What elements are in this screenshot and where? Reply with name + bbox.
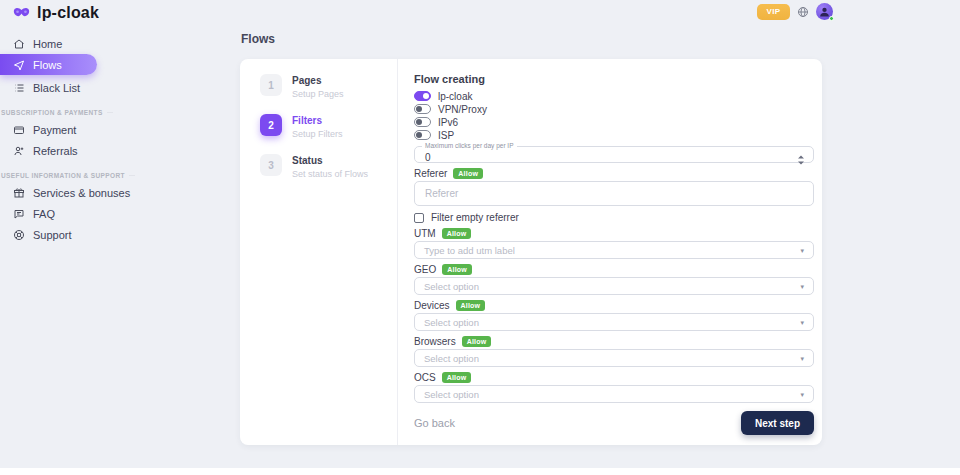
utm-select[interactable]: Type to add utm label ▾ <box>414 241 814 259</box>
filter-empty-referrer-row[interactable]: Filter empty referrer <box>414 212 814 223</box>
toggle-switch[interactable] <box>414 104 431 114</box>
sidebar-item-referrals[interactable]: Referrals <box>0 143 100 159</box>
toggle-label: lp-cloak <box>438 91 472 102</box>
sidebar-item-label: Support <box>33 229 72 241</box>
gift-icon <box>13 187 25 199</box>
max-clicks-field[interactable]: Maximum clicks per day per IP 0 <box>414 143 814 163</box>
section-title: USEFUL INFORMATION & SUPPORT <box>1 172 125 179</box>
step-status[interactable]: 3 Status Set status of Flows <box>260 154 397 179</box>
sidebar-item-label: Services & bonuses <box>33 187 130 199</box>
avatar[interactable] <box>816 3 833 20</box>
utm-allow-badge[interactable]: Allow <box>442 228 472 239</box>
geo-label: GEO <box>414 264 436 275</box>
main-content: Flows 1 Pages Setup Pages 2 Filters Setu… <box>240 32 823 445</box>
page-title: Flows <box>241 32 823 46</box>
toggle-switch[interactable] <box>414 117 431 127</box>
utm-label-row: UTM Allow <box>414 228 814 239</box>
step-subtitle: Setup Filters <box>292 129 343 139</box>
toggle-isp[interactable]: ISP <box>414 130 814 140</box>
step-subtitle: Setup Pages <box>292 89 344 99</box>
globe-icon[interactable] <box>797 6 809 18</box>
logo-text: lp-cloak <box>37 4 99 22</box>
sidebar-item-black-list[interactable]: Black List <box>0 80 100 96</box>
sidebar-item-services-bonuses[interactable]: Services & bonuses <box>0 185 100 201</box>
ocs-select[interactable]: Select option ▾ <box>414 385 814 403</box>
step-filters[interactable]: 2 Filters Setup Filters <box>260 114 397 139</box>
section-divider <box>129 175 135 176</box>
sidebar: Home Flows Black List SUBSCRIPTION & PAY… <box>0 36 100 243</box>
sidebar-section-support: USEFUL INFORMATION & SUPPORT <box>0 172 100 179</box>
form-footer: Go back Next step <box>414 411 814 435</box>
referer-label: Referer <box>414 168 447 179</box>
sidebar-item-label: FAQ <box>33 208 55 220</box>
ocs-label-row: OCS Allow <box>414 372 814 383</box>
credit-card-icon <box>13 124 25 136</box>
step-title: Status <box>292 154 368 166</box>
step-title: Pages <box>292 74 344 86</box>
header-actions: VIP <box>757 3 833 20</box>
wizard-steps: 1 Pages Setup Pages 2 Filters Setup Filt… <box>240 59 398 445</box>
chat-icon <box>13 208 25 220</box>
lifebuoy-icon <box>13 229 25 241</box>
referer-allow-badge[interactable]: Allow <box>453 168 483 179</box>
filters-form: Flow creating lp-cloak VPN/Proxy IPv6 IS… <box>398 59 822 445</box>
ocs-label: OCS <box>414 372 436 383</box>
online-status-dot <box>829 16 834 21</box>
browsers-allow-badge[interactable]: Allow <box>462 336 492 347</box>
toggle-label: ISP <box>438 130 454 141</box>
max-clicks-value: 0 <box>425 152 431 163</box>
checkbox-label: Filter empty referrer <box>431 212 519 223</box>
step-number: 3 <box>260 154 282 176</box>
sidebar-item-faq[interactable]: FAQ <box>0 206 100 222</box>
step-title: Filters <box>292 114 343 126</box>
devices-allow-badge[interactable]: Allow <box>456 300 486 311</box>
section-divider <box>107 112 113 113</box>
ocs-allow-badge[interactable]: Allow <box>442 372 472 383</box>
stepper-icon[interactable] <box>797 152 805 170</box>
section-title: SUBSCRIPTION & PAYMENTS <box>1 109 103 116</box>
form-title: Flow creating <box>414 73 814 85</box>
flow-creation-card: 1 Pages Setup Pages 2 Filters Setup Filt… <box>240 59 822 445</box>
toggle-lp-cloak[interactable]: lp-cloak <box>414 91 814 101</box>
devices-label: Devices <box>414 300 450 311</box>
vip-button[interactable]: VIP <box>757 4 790 20</box>
toggle-label: IPv6 <box>438 117 458 128</box>
mask-logo-icon <box>12 5 31 21</box>
chevron-down-icon: ▾ <box>800 355 804 362</box>
browsers-select[interactable]: Select option ▾ <box>414 349 814 367</box>
step-number: 2 <box>260 114 282 136</box>
logo[interactable]: lp-cloak <box>12 4 99 22</box>
chevron-down-icon: ▾ <box>800 319 804 326</box>
chevron-down-icon: ▾ <box>800 247 804 254</box>
referer-label-row: Referer Allow <box>414 168 814 179</box>
browsers-label-row: Browsers Allow <box>414 336 814 347</box>
step-number: 1 <box>260 74 282 96</box>
sidebar-item-home[interactable]: Home <box>0 36 100 52</box>
geo-placeholder: Select option <box>424 281 479 292</box>
bottom-strip <box>0 468 960 475</box>
sidebar-item-flows[interactable]: Flows <box>0 54 97 75</box>
sidebar-item-payment[interactable]: Payment <box>0 122 100 138</box>
toggle-vpn-proxy[interactable]: VPN/Proxy <box>414 104 814 114</box>
referer-input[interactable] <box>414 181 814 206</box>
toggle-switch[interactable] <box>414 130 431 140</box>
sidebar-item-label: Home <box>33 38 62 50</box>
chevron-down-icon: ▾ <box>800 391 804 398</box>
browsers-placeholder: Select option <box>424 353 479 364</box>
max-clicks-label: Maximum clicks per day per IP <box>422 143 517 150</box>
geo-label-row: GEO Allow <box>414 264 814 275</box>
go-back-button[interactable]: Go back <box>414 417 455 429</box>
sidebar-item-support[interactable]: Support <box>0 227 100 243</box>
step-pages[interactable]: 1 Pages Setup Pages <box>260 74 397 99</box>
geo-select[interactable]: Select option ▾ <box>414 277 814 295</box>
toggle-switch[interactable] <box>414 91 431 101</box>
home-icon <box>13 38 25 50</box>
devices-select[interactable]: Select option ▾ <box>414 313 814 331</box>
user-plus-icon <box>13 145 25 157</box>
next-step-button[interactable]: Next step <box>741 411 814 435</box>
toggle-ipv6[interactable]: IPv6 <box>414 117 814 127</box>
step-subtitle: Set status of Flows <box>292 169 368 179</box>
geo-allow-badge[interactable]: Allow <box>442 264 472 275</box>
toggle-label: VPN/Proxy <box>438 104 487 115</box>
filter-empty-referrer-checkbox[interactable] <box>414 213 424 223</box>
